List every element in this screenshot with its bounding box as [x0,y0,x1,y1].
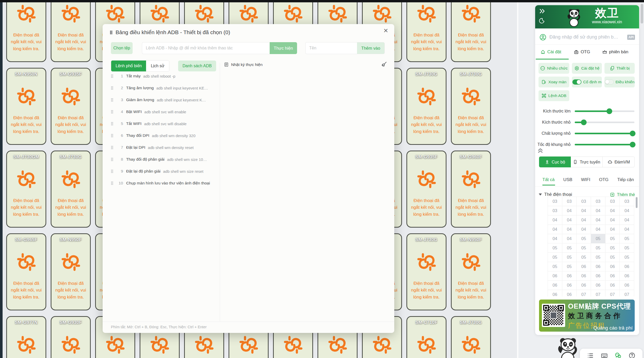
phone-grid-cell[interactable]: 03 [605,197,620,206]
phone-grid-cell[interactable]: 05 [577,234,591,243]
phone-grid-cell[interactable]: 04 [562,206,577,215]
row-drag-handle-icon[interactable] [111,146,113,149]
phone-grid-cell[interactable]: 04 [591,206,605,215]
row-drag-handle-icon[interactable] [111,74,113,78]
phone-grid-cell[interactable]: 06 [620,262,634,271]
add-command-button[interactable]: Thêm vào [357,42,385,54]
phone-grid-cell[interactable]: 05 [548,262,562,271]
ad-banner[interactable]: OEM贴牌 CPS代理 效卫商务合作 广告位招租 Quảng cáo trả p… [539,300,635,332]
execute-button[interactable]: Thực hiện [270,42,297,54]
phone-grid-cell[interactable]: 05 [562,253,577,262]
phone-grid-cell[interactable]: 06 [577,271,591,281]
devices-button[interactable]: Thiết bị [604,63,635,74]
adb-command-button[interactable]: Lệnh ADB [539,90,569,101]
phone-grid-cell[interactable]: 06 [577,262,591,271]
phone-grid-cell[interactable]: 04 [620,206,634,215]
command-row[interactable]: 9 Đặt lại độ phân giải adb shell wm size… [111,165,218,177]
login-row[interactable]: Đăng nhập để sử dụng phiên b… API [535,30,639,44]
device-card[interactable]: SM-N950F Điện thoại đã ngắt kết nối, vui… [51,233,91,310]
wechat-icon[interactable] [615,352,622,358]
slider-knob[interactable] [630,131,635,136]
phone-grid-cell[interactable]: 06 [620,271,634,281]
phone-grid-cell[interactable]: 04 [591,225,605,234]
phone-grid-cell[interactable]: 03 [620,197,634,206]
phone-grid-cell[interactable]: 07 [591,290,605,296]
dark-mode-moon-icon[interactable] [539,18,545,24]
control-toggle-button[interactable]: Điều khiển [604,77,635,87]
phone-grid-cell[interactable]: 03 [548,197,562,206]
device-card[interactable]: SM-G965F Điện thoại đã ngắt kết nối, vui… [6,233,46,310]
filter-otg[interactable]: OTG [599,177,609,182]
device-card[interactable]: SM-J730G Điện thoại đã ngắt kết nối, vui… [451,68,491,145]
device-card[interactable]: SM-G930F Điện thoại đã ngắt kết nối, vui… [51,316,91,358]
device-card[interactable]: SM-C710F Điện thoại đã ngắt kết nối, vui… [406,316,446,358]
system-settings-button[interactable]: Cài đặt hệ [572,63,602,74]
command-row[interactable]: 2 Tăng âm lượng adb shell input keyevent… [111,82,218,94]
row-drag-handle-icon[interactable] [111,86,113,90]
phone-grid-cell[interactable]: 05 [620,253,634,262]
page-scrollbar-thumb[interactable] [641,4,643,24]
phone-grid-cell[interactable]: 05 [605,253,620,262]
device-card[interactable]: SM-J730GM Điện thoại đã ngắt kết nối, vu… [6,151,46,228]
device-card[interactable]: SM-N950N Điện thoại đã ngắt kết nối, vui… [6,68,46,145]
phone-grid-cell[interactable]: 06 [562,290,577,296]
command-row[interactable]: 8 Thay đổi độ phân giải adb shell wm siz… [111,153,218,165]
slider-knob[interactable] [581,120,587,125]
phone-grid-cell[interactable]: 03 [577,197,591,206]
device-card[interactable]: SM-G960F Điện thoại đã ngắt kết nối, vui… [451,151,491,228]
phone-grid-cell[interactable]: 04 [605,206,620,215]
phone-grid-cell[interactable]: 04 [577,206,591,215]
device-card[interactable]: SM-J730G Điện thoại đã ngắt kết nối, vui… [406,68,446,145]
filter-accessibility[interactable]: Tiếp cận [617,177,634,182]
row-drag-handle-icon[interactable] [111,134,113,137]
phone-grid-cell[interactable]: 04 [562,234,577,243]
adb-list-button[interactable]: Danh sách ADB [178,61,216,71]
phone-grid-cell[interactable]: 04 [620,225,634,234]
device-card[interactable]: SM-J730G Điện thoại đã ngắt kết nối, vui… [451,316,491,358]
choose-file-button[interactable]: Chọn tệp [111,42,133,54]
phone-grid-cell[interactable]: 05 [620,243,634,253]
phone-grid-cell[interactable]: 06 [548,290,562,296]
command-row[interactable]: 3 Giảm âm lượng adb shell input keyevent… [111,94,218,106]
source-tab-local[interactable]: Cục bộ [539,156,571,167]
phone-grid-cell[interactable]: 04 [605,215,620,225]
help-icon[interactable] [628,352,635,358]
device-card[interactable]: Điện thoại đã ngắt kết nối, vui lòng kiể… [51,0,91,62]
phone-grid-cell[interactable]: 04 [548,215,562,225]
source-tab-cloudvm[interactable]: ĐámVM [603,156,635,167]
command-row[interactable]: 4 Bật WIFI adb shell svc wifi enable [111,106,218,118]
phone-grid-cell[interactable]: 06 [605,271,620,281]
row-drag-handle-icon[interactable] [111,181,113,185]
phone-grid-cell[interactable]: 04 [577,215,591,225]
keyboard-icon[interactable] [601,352,608,358]
phone-grid-cell[interactable]: 04 [577,225,591,234]
tab-common-commands[interactable]: Lệnh phổ biến [111,61,146,71]
adb-command-input[interactable] [142,42,270,54]
phone-grid-cell[interactable]: 06 [591,271,605,281]
phone-grid-cell[interactable]: 05 [605,243,620,253]
filter-wifi[interactable]: WIFI [581,177,590,182]
slider-quality[interactable] [575,133,634,134]
phone-grid-cell[interactable]: 05 [562,243,577,253]
toggle-off[interactable] [605,79,614,85]
tab-settings[interactable]: Cài đặt [540,49,561,55]
phone-cards-collapse[interactable]: Thẻ điện thoại [539,192,572,197]
slider-size-large[interactable] [575,110,634,112]
multi-function-button[interactable]: Nhiều chức [539,63,569,74]
phone-grid-cell[interactable]: 06 [591,281,605,290]
row-drag-handle-icon[interactable] [111,110,113,114]
phone-grid-cell[interactable]: 04 [562,215,577,225]
command-name-input[interactable] [305,42,357,54]
device-card[interactable]: SM-G977N Điện thoại đã ngắt kết nối, vui… [6,316,46,358]
phone-grid-cell[interactable]: 05 [577,243,591,253]
phone-grid-cell[interactable]: 04 [548,234,562,243]
phone-grid-cell[interactable]: 05 [548,243,562,253]
row-drag-handle-icon[interactable] [111,158,113,161]
phone-grid-cell[interactable]: 06 [605,262,620,271]
phone-grid-cell[interactable]: 04 [591,215,605,225]
collapse-sidebar-icon[interactable] [539,8,546,14]
phone-grid-cell[interactable]: 05 [591,243,605,253]
phone-grid-cell[interactable]: 07 [577,290,591,296]
phone-grid-cell[interactable]: 06 [605,281,620,290]
phone-grid-cell[interactable]: 06 [591,262,605,271]
